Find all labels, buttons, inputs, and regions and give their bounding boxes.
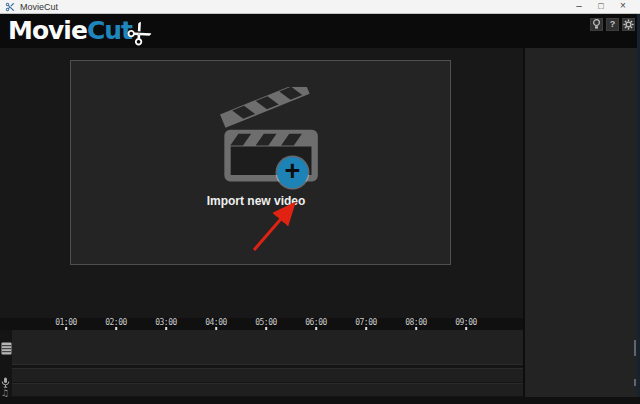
- maximize-button[interactable]: □: [590, 0, 612, 13]
- record-track[interactable]: [12, 368, 523, 382]
- close-button[interactable]: ×: [612, 0, 634, 13]
- help-button[interactable]: ?: [606, 18, 619, 31]
- filmstrip-icon: [1, 342, 12, 355]
- tips-button[interactable]: [590, 18, 603, 31]
- minimize-button[interactable]: –: [568, 0, 590, 13]
- video-track[interactable]: [12, 330, 523, 365]
- header-toolbar: ?: [590, 18, 635, 31]
- window-titlebar: MovieCut – □ ×: [0, 0, 640, 14]
- timeline-ruler[interactable]: 01:0002:0003:0004:0005:0006:0007:0008:00…: [0, 318, 523, 330]
- timeline-panel: 01:0002:0003:0004:0005:0006:0007:0008:00…: [0, 318, 523, 397]
- logo-text-movie: Movie: [8, 16, 87, 45]
- bottom-edge: [0, 397, 640, 404]
- microphone-icon: [1, 377, 10, 388]
- question-icon: ?: [610, 19, 616, 30]
- preview-panel[interactable]: + Import new video: [70, 60, 451, 265]
- scrollbar-thumb[interactable]: [634, 340, 636, 356]
- settings-button[interactable]: [622, 18, 635, 31]
- music-track[interactable]: [12, 383, 523, 396]
- app-header: MovieCut ?: [0, 14, 640, 48]
- moviecut-window: MovieCut – □ × MovieCut ?: [0, 0, 640, 404]
- annotation-arrow-icon: [246, 193, 306, 255]
- window-controls: – □ ×: [568, 0, 634, 13]
- track-icon-column: ♫ ♪: [0, 330, 12, 397]
- scrollbar-thumb[interactable]: [634, 379, 636, 386]
- add-video-button[interactable]: +: [277, 157, 308, 188]
- clapperboard-icon: [213, 87, 331, 187]
- app-icon: [5, 2, 15, 12]
- app-logo: MovieCut: [8, 14, 150, 48]
- window-title: MovieCut: [20, 2, 58, 12]
- media-library-panel: [523, 48, 637, 397]
- gear-icon: [623, 19, 634, 30]
- timeline-tracks: [12, 330, 523, 396]
- lightbulb-icon: [592, 19, 601, 30]
